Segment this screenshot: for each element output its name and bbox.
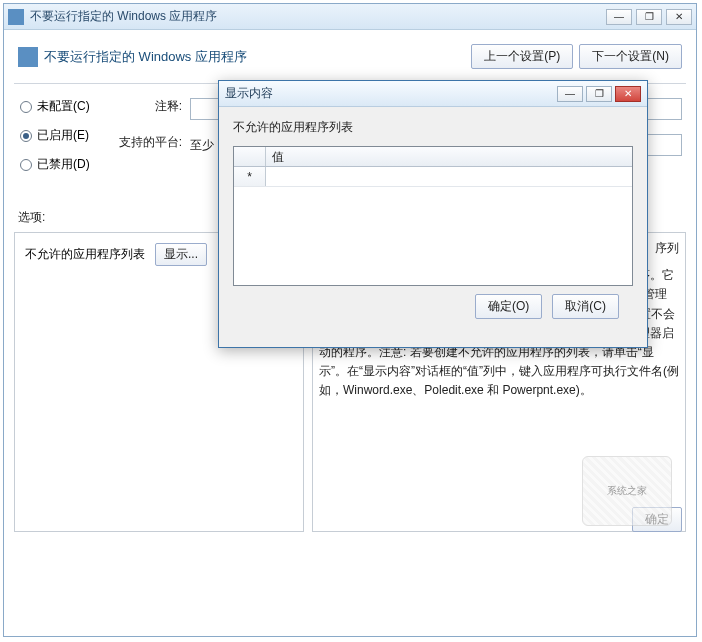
grid-corner: [234, 147, 266, 166]
maximize-button[interactable]: ❐: [636, 9, 662, 25]
window-icon: [8, 9, 24, 25]
value-grid[interactable]: 值 *: [233, 146, 633, 286]
main-footer: 确定 系统之家: [632, 507, 682, 532]
dialog-cancel-button[interactable]: 取消(C): [552, 294, 619, 319]
dialog-titlebar[interactable]: 显示内容 — ❐ ✕: [219, 81, 647, 107]
platform-label: 支持的平台:: [118, 134, 190, 156]
radio-label: 已启用(E): [37, 127, 89, 144]
policy-header: 不要运行指定的 Windows 应用程序 上一个设置(P) 下一个设置(N): [14, 38, 686, 81]
platform-prefix: 至少: [190, 137, 214, 154]
grid-column-header[interactable]: 值: [266, 147, 632, 166]
next-setting-button[interactable]: 下一个设置(N): [579, 44, 682, 69]
grid-new-row[interactable]: *: [234, 167, 632, 187]
radio-icon: [20, 159, 32, 171]
grid-header: 值: [234, 147, 632, 167]
dialog-close-button[interactable]: ✕: [615, 86, 641, 102]
radio-enabled[interactable]: 已启用(E): [20, 127, 108, 144]
radio-label: 已禁用(D): [37, 156, 90, 173]
nav-buttons: 上一个设置(P) 下一个设置(N): [471, 44, 682, 69]
titlebar[interactable]: 不要运行指定的 Windows 应用程序 — ❐ ✕: [4, 4, 696, 30]
state-radios: 未配置(C) 已启用(E) 已禁用(D): [14, 94, 114, 189]
window-title: 不要运行指定的 Windows 应用程序: [30, 8, 606, 25]
dialog-maximize-button[interactable]: ❐: [586, 86, 612, 102]
dialog-minimize-button[interactable]: —: [557, 86, 583, 102]
dialog-footer: 确定(O) 取消(C): [233, 286, 633, 319]
watermark: 系统之家: [582, 456, 672, 526]
dialog-subtitle: 不允许的应用程序列表: [233, 119, 633, 136]
dialog-ok-button[interactable]: 确定(O): [475, 294, 542, 319]
disallowed-list-label: 不允许的应用程序列表: [25, 246, 145, 263]
minimize-button[interactable]: —: [606, 9, 632, 25]
dialog-window-buttons: — ❐ ✕: [557, 86, 641, 102]
radio-icon: [20, 130, 32, 142]
show-button[interactable]: 显示...: [155, 243, 207, 266]
policy-title: 不要运行指定的 Windows 应用程序: [44, 48, 465, 66]
close-button[interactable]: ✕: [666, 9, 692, 25]
show-contents-dialog: 显示内容 — ❐ ✕ 不允许的应用程序列表 值 * 确定(O) 取消(C): [218, 80, 648, 348]
comment-label: 注释:: [118, 98, 190, 120]
radio-not-configured[interactable]: 未配置(C): [20, 98, 108, 115]
radio-icon: [20, 101, 32, 113]
radio-label: 未配置(C): [37, 98, 90, 115]
window-buttons: — ❐ ✕: [606, 9, 692, 25]
dialog-title: 显示内容: [225, 85, 557, 102]
dialog-body: 不允许的应用程序列表 值 * 确定(O) 取消(C): [219, 107, 647, 331]
prev-setting-button[interactable]: 上一个设置(P): [471, 44, 573, 69]
radio-disabled[interactable]: 已禁用(D): [20, 156, 108, 173]
policy-icon: [18, 47, 38, 67]
new-row-marker: *: [234, 167, 266, 186]
grid-cell[interactable]: [266, 167, 632, 186]
